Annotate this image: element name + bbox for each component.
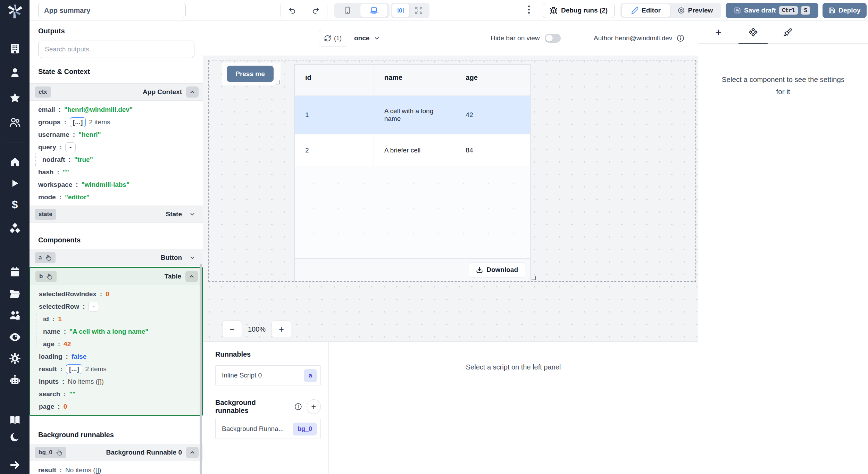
boxes-icon[interactable] xyxy=(0,222,30,235)
bg0-badge[interactable]: bg_0 xyxy=(35,447,66,458)
column-header-name[interactable]: name xyxy=(374,65,455,95)
runnable-item-background[interactable]: Background Runna... bg_0 xyxy=(215,419,321,439)
empty-value-box[interactable]: - xyxy=(65,142,76,152)
preview-label: Preview xyxy=(688,7,713,14)
runnable-item-inline-script[interactable]: Inline Script 0 a xyxy=(215,365,321,385)
tab-component-settings[interactable] xyxy=(736,21,770,43)
deploy-button[interactable]: Deploy xyxy=(823,3,867,18)
state-section-header[interactable]: state State xyxy=(30,206,203,223)
expand-state-button[interactable] xyxy=(186,209,199,220)
runnable-badge: bg_0 xyxy=(293,423,317,435)
tab-insert-component[interactable]: + xyxy=(701,21,736,43)
robot-icon[interactable] xyxy=(0,374,30,386)
column-header-age[interactable]: age xyxy=(455,65,530,95)
redo-button[interactable] xyxy=(304,3,327,18)
table-component: id name age 1 A cell with a long name 42… xyxy=(294,64,531,281)
debug-runs-button[interactable]: Debug runs (2) xyxy=(543,3,615,18)
button-component-wrapper[interactable]: Press me xyxy=(222,63,281,85)
outputs-title: Outputs xyxy=(38,27,203,35)
component-b-header[interactable]: b Table xyxy=(30,268,202,285)
refresh-mode-select[interactable]: once xyxy=(351,30,384,47)
add-background-runnable-button[interactable]: + xyxy=(307,399,321,414)
preview-icon xyxy=(677,7,685,14)
resize-handle[interactable] xyxy=(275,80,279,84)
collapse-component-b-button[interactable] xyxy=(185,271,198,282)
tab-editor[interactable]: Editor xyxy=(621,4,670,17)
expand-array-chip[interactable]: [...] xyxy=(70,117,86,127)
folder-icon[interactable] xyxy=(0,288,30,300)
bg0-section-header[interactable]: bg_0 Background Runnable 0 xyxy=(30,444,203,461)
chevron-up-icon xyxy=(189,449,195,456)
eye-icon[interactable] xyxy=(0,331,30,344)
chevron-up-icon xyxy=(189,89,195,95)
center-align-icon xyxy=(397,6,405,15)
desktop-view-button[interactable] xyxy=(360,4,388,17)
mobile-view-button[interactable] xyxy=(335,4,360,17)
bg0-section-label: Background Runnable 0 xyxy=(106,449,182,456)
add-tab-icon: + xyxy=(715,27,721,38)
download-button[interactable]: Download xyxy=(469,262,525,277)
tab-styling[interactable] xyxy=(770,21,805,43)
empty-value-box[interactable]: - xyxy=(88,302,99,311)
tab-preview[interactable]: Preview xyxy=(670,4,720,17)
refresh-mode-value: once xyxy=(354,34,369,42)
search-outputs-input[interactable] xyxy=(38,41,194,58)
runnable-badge: a xyxy=(304,369,317,382)
calendar-icon[interactable] xyxy=(0,266,30,278)
component-b-badge[interactable]: b xyxy=(35,271,57,282)
state-badge[interactable]: state xyxy=(35,209,56,220)
chevron-down-icon xyxy=(374,35,380,42)
refresh-button[interactable]: (1) xyxy=(319,30,347,47)
outputs-scrollbar[interactable] xyxy=(200,264,202,474)
component-tab-icon xyxy=(749,27,758,37)
component-b-entries: selectedRowIndex:0 selectedRow:- id:1 na… xyxy=(30,285,202,415)
top-toolbar: ⋮ Debug runs (2) Editor Preview Save dra… xyxy=(30,0,868,21)
hide-bar-toggle[interactable] xyxy=(545,34,561,43)
bg0-entries: result:No items ([]) xyxy=(30,461,203,474)
app-sidebar: $ xyxy=(0,0,30,474)
background-runnables-label: Background runnables xyxy=(215,399,290,415)
arrow-right-icon[interactable] xyxy=(0,459,30,471)
collapse-bg0-button[interactable] xyxy=(186,447,199,458)
users-icon[interactable] xyxy=(0,116,30,128)
device-toggle-group xyxy=(334,3,390,18)
dollar-icon[interactable]: $ xyxy=(0,199,30,210)
component-b-section: b Table selectedRowIndex:0 selectedRow:-… xyxy=(30,267,203,416)
press-me-button[interactable]: Press me xyxy=(227,66,274,82)
book-icon[interactable] xyxy=(0,414,30,426)
home-icon[interactable] xyxy=(0,156,30,168)
script-editor-area: Select a script on the left panel xyxy=(329,342,698,474)
table-row[interactable]: 2 A briefer cell 84 xyxy=(295,134,530,166)
undo-button[interactable] xyxy=(281,3,304,18)
component-a-badge[interactable]: a xyxy=(35,252,56,263)
gear-icon[interactable] xyxy=(0,352,30,365)
component-a-header[interactable]: a Button xyxy=(30,249,203,266)
zoom-out-button[interactable]: − xyxy=(222,321,242,338)
table-row-selected[interactable]: 1 A cell with a long name 42 xyxy=(295,96,530,134)
expand-component-a-button[interactable] xyxy=(186,252,199,263)
state-section-label: State xyxy=(166,210,182,218)
app-summary-input[interactable] xyxy=(38,3,186,18)
person-icon[interactable] xyxy=(0,67,30,78)
star-icon[interactable] xyxy=(0,92,30,104)
resize-handle[interactable] xyxy=(532,276,536,280)
state-context-title: State & Context xyxy=(38,68,203,76)
save-draft-button[interactable]: Save draft Ctrl S xyxy=(726,3,818,18)
windmill-logo[interactable] xyxy=(0,3,30,19)
building-icon[interactable] xyxy=(0,43,30,55)
download-label: Download xyxy=(486,266,518,274)
canvas-grid[interactable]: Press me id name age 1 A cell with a lon… xyxy=(203,56,698,341)
expand-array-chip[interactable]: [...] xyxy=(66,364,82,374)
ctx-badge[interactable]: ctx xyxy=(35,86,51,98)
kebab-menu-icon[interactable]: ⋮ xyxy=(524,5,534,15)
moon-icon[interactable] xyxy=(0,432,30,443)
ctx-section-header[interactable]: ctx App Context xyxy=(30,83,203,101)
fullscreen-button[interactable] xyxy=(410,4,428,17)
column-header-id[interactable]: id xyxy=(295,65,374,95)
collapse-ctx-button[interactable] xyxy=(186,86,199,98)
users-gear-icon[interactable] xyxy=(0,309,30,322)
play-icon[interactable] xyxy=(0,178,30,189)
zoom-in-button[interactable]: + xyxy=(272,321,291,338)
center-content-button[interactable] xyxy=(392,4,410,17)
download-icon xyxy=(476,266,483,273)
